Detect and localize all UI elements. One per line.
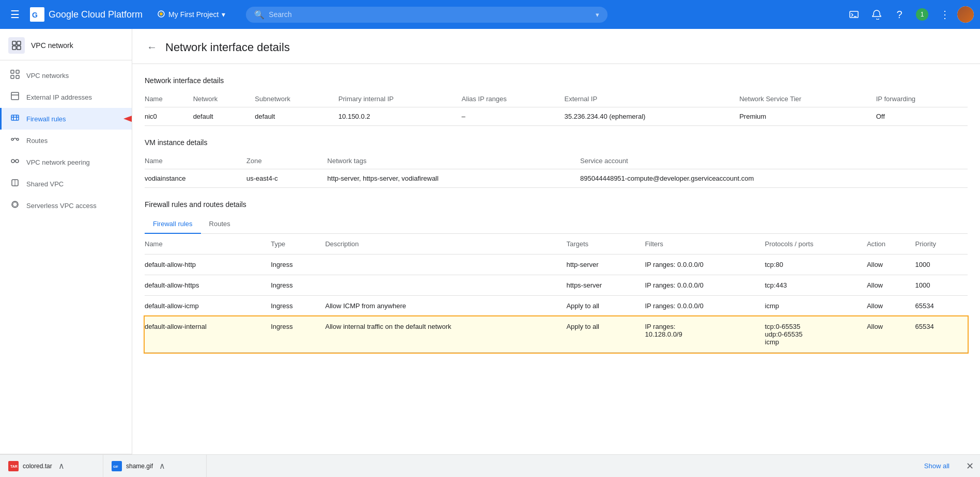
search-icon: 🔍 [254,10,265,20]
download-item-2-chevron: ∧ [159,461,165,471]
hamburger-menu[interactable]: ☰ [6,4,24,25]
fw-type: Ingress [271,275,325,296]
search-expand-icon: ▾ [596,11,599,19]
external-ip-icon [10,91,20,103]
sidebar-item-vpc-peering[interactable]: VPC network peering [0,151,132,173]
vm-col-service-account: Service account [580,153,968,169]
tab-firewall-rules[interactable]: Firewall rules [145,215,201,234]
fw-type: Ingress [271,255,325,275]
ni-network: default [193,107,255,126]
fw-filters: IP ranges: 0.0.0.0/0 [645,255,765,275]
svg-rect-9 [17,46,21,50]
svg-point-23 [11,160,14,163]
fw-description [325,255,566,275]
nav-right-icons: ? 1 ⋮ [844,4,974,25]
search-bar[interactable]: 🔍 ▾ [246,7,608,23]
fw-col-description: Description [325,234,566,255]
shared-vpc-icon [10,178,20,189]
top-navigation: ☰ G Google Cloud Platform My First Proje… [0,0,980,29]
vm-col-tags: Network tags [328,153,580,169]
page-header: ← Network interface details [132,29,980,64]
svg-rect-11 [16,70,19,73]
fw-filters: IP ranges: 0.0.0.0/0 [645,296,765,316]
firewall-icon [10,113,20,124]
vm-service-account: 895044448951-compute@developer.gservicea… [580,169,968,188]
fw-targets: http-server [566,255,645,275]
vm-instance-section: VM instance details Name Zone Network ta… [145,138,968,188]
svg-point-24 [15,160,19,163]
fw-name: default-allow-icmp [145,296,271,316]
fw-protocols: tcp:80 [765,255,867,275]
content-body: Network interface details Name Network S… [132,64,980,365]
network-interface-section-title: Network interface details [145,76,968,85]
sidebar-item-routes-label: Routes [26,137,48,145]
sidebar-item-routes[interactable]: Routes [0,130,132,151]
sidebar-item-vpc-peering-label: VPC network peering [26,158,90,166]
svg-rect-16 [11,115,19,120]
sidebar-item-firewall-rules[interactable]: Firewall rules [0,108,132,130]
vm-name: vodiainstance [145,169,246,188]
account-badge-button[interactable]: 1 [912,4,932,25]
fw-protocols: icmp [765,296,867,316]
svg-rect-14 [11,92,19,100]
red-arrow-annotation [121,108,132,129]
svg-text:GIF: GIF [113,465,118,468]
help-button[interactable]: ? [889,4,910,25]
fw-action: Allow [867,316,915,353]
fw-name: default-allow-internal [145,316,271,353]
sidebar-item-shared-vpc[interactable]: Shared VPC [0,173,132,195]
show-all-button[interactable]: Show all [914,455,960,477]
chevron-down-icon: ▾ [222,10,225,19]
svg-point-21 [11,138,13,140]
svg-rect-13 [16,75,19,78]
sidebar-header: VPC network [0,29,132,60]
ni-external-ip: 35.236.234.40 (ephemeral) [565,107,740,126]
col-service-tier: Network Service Tier [739,91,876,107]
sidebar-item-vpc-networks[interactable]: VPC networks [0,65,132,86]
search-input[interactable] [269,10,592,19]
fw-col-type: Type [271,234,325,255]
sidebar-item-serverless-vpc[interactable]: Serverless VPC access [0,195,132,216]
fw-protocols: tcp:0-65535udp:0-65535icmp [765,316,867,353]
fw-protocols: tcp:443 [765,275,867,296]
download-item-1[interactable]: TAR colored.tar ∧ [0,455,103,477]
fw-description: Allow ICMP from anywhere [325,296,566,316]
fw-priority: 1000 [915,255,968,275]
close-downloads-button[interactable]: ✕ [960,455,980,477]
col-alias-ip: Alias IP ranges [462,91,565,107]
fw-filters: IP ranges: 0.0.0.0/0 [645,275,765,296]
vm-col-name: Name [145,153,246,169]
project-selector[interactable]: My First Project ▾ [153,7,229,23]
colored-tar-label: colored.tar [23,463,52,470]
user-avatar[interactable] [957,6,974,23]
col-external-ip: External IP [565,91,740,107]
sidebar-item-serverless-vpc-label: Serverless VPC access [26,202,97,210]
gcp-logo-icon: G [30,7,44,22]
sidebar-item-external-ip[interactable]: External IP addresses [0,86,132,108]
sidebar-item-external-ip-label: External IP addresses [26,93,92,101]
main-content: ← Network interface details Network inte… [132,29,980,477]
col-ip-forwarding: IP forwarding [876,91,968,107]
ni-name: nic0 [145,107,193,126]
app-layout: VPC network VPC networks External IP add… [0,29,980,477]
ni-alias-ip: – [462,107,565,126]
fw-col-filters: Filters [645,234,765,255]
fw-col-targets: Targets [566,234,645,255]
fw-name: default-allow-http [145,255,271,275]
more-options-button[interactable]: ⋮ [935,4,955,25]
bottom-bar: TAR colored.tar ∧ GIF shame.gif ∧ Show a… [0,454,980,477]
tab-routes[interactable]: Routes [201,215,239,234]
sidebar-item-vpc-networks-label: VPC networks [26,72,69,80]
cloud-shell-button[interactable] [844,4,864,25]
fw-description [325,275,566,296]
firewall-section: Firewall rules and routes details Firewa… [145,200,968,353]
download-item-2[interactable]: GIF shame.gif ∧ [103,455,207,477]
vm-instance-section-title: VM instance details [145,138,968,147]
ni-subnetwork: default [255,107,338,126]
svg-rect-12 [11,75,14,78]
notifications-button[interactable] [866,4,887,25]
col-subnetwork: Subnetwork [255,91,338,107]
back-button[interactable]: ← [145,39,159,55]
sidebar-nav: VPC networks External IP addresses Firew… [0,60,132,454]
fw-targets: https-server [566,275,645,296]
